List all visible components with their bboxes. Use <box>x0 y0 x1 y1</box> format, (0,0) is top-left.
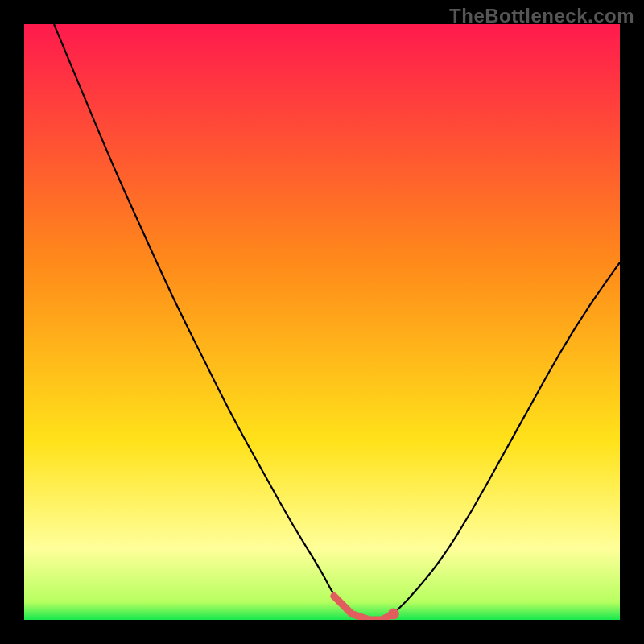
plot-area <box>24 24 620 620</box>
good-region-segment <box>334 596 394 620</box>
chart-frame: TheBottleneck.com <box>0 0 644 644</box>
marker-dot <box>388 609 399 620</box>
watermark-text: TheBottleneck.com <box>449 5 634 27</box>
curve-layer <box>24 24 620 620</box>
bottleneck-curve <box>54 24 620 620</box>
